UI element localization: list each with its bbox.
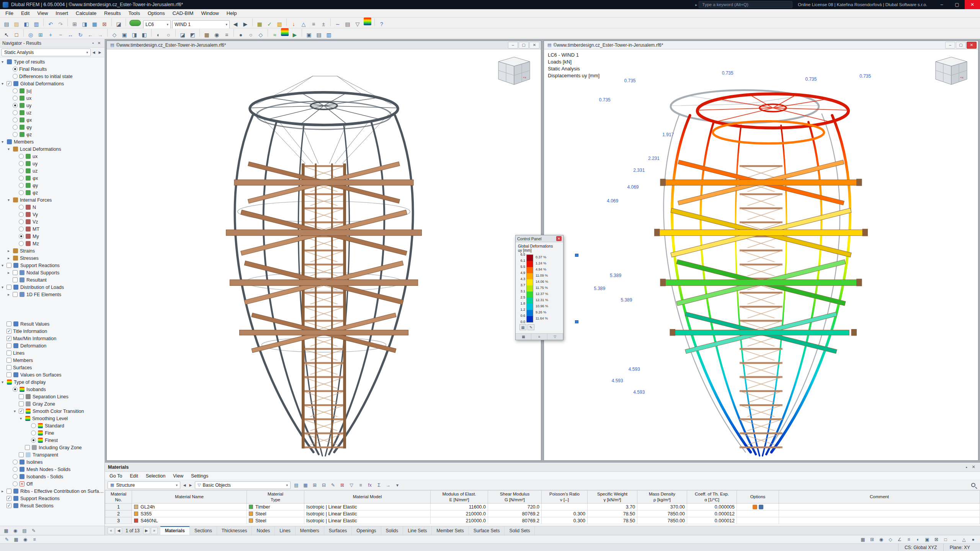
table-list-icon[interactable]: ≡ [356,481,365,489]
radio-icon[interactable] [19,154,24,159]
cell-shear-modulus[interactable]: 80769.2 [488,510,542,517]
cell-material-name[interactable]: S460NL [132,517,247,524]
materials-menu-view[interactable]: View [169,473,187,479]
table-tab-line-sets[interactable]: Line Sets [403,526,432,535]
tree-item[interactable]: φx [0,174,105,182]
radio-icon[interactable] [13,88,18,93]
close-icon[interactable]: ✕ [529,42,539,49]
radio-selected-icon[interactable] [31,438,36,443]
radio-icon[interactable] [19,212,24,217]
option-icon[interactable] [759,505,763,509]
cell-comment[interactable] [779,504,980,510]
tree-item[interactable]: Mesh Nodes - Solids [0,466,105,473]
work-plane-icon[interactable]: ▣ [923,536,931,543]
support-display-icon[interactable]: △ [960,536,968,543]
cell-material-model[interactable]: Isotropic | Linear Elastic [304,510,431,517]
materials-menu-go-to[interactable]: Go To [106,473,126,479]
camera-mode-icon[interactable]: ◉ [21,536,29,543]
table-view-icon[interactable]: ▦ [301,481,310,489]
zoom-all-icon[interactable]: ◎ [26,30,35,39]
option-icon[interactable] [753,505,757,509]
radio-icon[interactable] [31,423,36,428]
tree-item[interactable]: ▸Stresses [0,254,105,262]
more-options-icon[interactable]: ▾ [393,481,402,489]
side-view-icon[interactable]: ◧ [140,30,149,39]
formula-icon[interactable]: fx [366,481,374,489]
table-tab-members[interactable]: Members [296,526,324,535]
restore-icon[interactable]: ▢ [956,42,966,49]
radio-selected-icon[interactable] [13,103,18,108]
tree-item[interactable]: N [0,204,105,211]
minimize-icon[interactable]: – [508,42,518,49]
cell-material-name[interactable]: S355 [132,510,247,517]
table-tab-materials[interactable]: Materials [160,526,190,535]
clear-table-icon[interactable]: ⊠ [338,481,346,489]
tree-item[interactable]: Isobands [0,386,105,393]
zoom-out-icon[interactable]: − [56,30,65,39]
tree-item[interactable]: φz [0,189,105,196]
checkbox-checked-icon[interactable]: ✓ [19,409,24,414]
cell-material-type[interactable]: Timber [247,504,304,510]
radio-selected-icon[interactable] [13,67,18,72]
tree-item[interactable]: φz [0,131,105,138]
result-colors-icon[interactable] [281,28,289,36]
table-tab-solids[interactable]: Solids [381,526,403,535]
scroll-right-icon[interactable]: ▶ [97,51,103,54]
table-tab-thicknesses[interactable]: Thicknesses [217,526,252,535]
cell-poisson[interactable]: 0.300 [542,517,588,524]
table-tab-surface-sets[interactable]: Surface Sets [469,526,505,535]
radio-icon[interactable] [13,474,18,479]
restore-icon[interactable]: ▢ [519,42,529,49]
radio-icon[interactable] [13,132,18,137]
search-icon[interactable] [971,483,975,487]
pin-icon[interactable]: ▪ [90,41,96,45]
materials-menu-settings[interactable]: Settings [187,473,212,479]
deformed-shape-icon[interactable]: ≈ [270,30,279,39]
cell-specific-weight[interactable]: 78.50 [588,510,637,517]
checkbox-checked-icon[interactable]: ✓ [7,503,11,508]
checkbox-icon[interactable] [7,489,11,494]
tree-item[interactable]: ux [0,153,105,160]
navigator-edit-tab-icon[interactable]: ✎ [29,527,38,535]
animate-results-icon[interactable]: ▶ [290,30,299,39]
expander-icon[interactable]: ▾ [8,198,13,202]
tree-item[interactable]: Isolines [0,458,105,466]
table-tab-surfaces[interactable]: Surfaces [324,526,352,535]
checkbox-icon[interactable] [13,270,18,275]
column-header[interactable]: Options [737,491,779,504]
table-row[interactable]: 2S355SteelIsotropic | Linear Elastic2100… [105,510,980,517]
tree-item[interactable]: ✓Support Reactions [0,495,105,502]
radio-icon[interactable] [13,467,18,472]
close-icon[interactable]: ✕ [967,42,977,49]
cell-comment[interactable] [779,510,980,517]
guidelines-toggle-icon[interactable]: ≡ [222,30,231,39]
result-tables-icon[interactable]: ▤ [343,20,352,29]
menu-options[interactable]: Options [144,9,169,17]
next-view-icon[interactable]: → [96,30,105,39]
tree-item[interactable]: Deformation [0,342,105,349]
tree-item[interactable]: ▾Distribution of Loads [0,284,105,291]
radio-icon[interactable] [13,481,18,486]
cell-mass-density[interactable]: 7850.00 [637,510,687,517]
guide-lines-icon[interactable]: ◇ [886,536,895,543]
cell-thermal-exp[interactable]: 0.000005 [687,504,737,510]
cell-specific-weight[interactable]: 3.70 [588,504,637,510]
front-view-icon[interactable]: ◨ [130,30,139,39]
tree-item[interactable]: uy [0,102,105,109]
checkbox-checked-icon[interactable]: ✓ [7,81,11,86]
cell-thermal-exp[interactable]: 0.000012 [687,510,737,517]
tree-item[interactable]: Values on Surfaces [0,371,105,378]
radio-icon[interactable] [19,176,24,181]
tree-item[interactable]: My [0,233,105,240]
tree-item[interactable]: Resultant [0,276,105,284]
tree-item[interactable]: |u| [0,87,105,95]
color-scale-icon[interactable] [364,18,371,25]
tree-item[interactable]: Finest [0,437,105,444]
tree-item[interactable]: Fine [0,429,105,437]
expander-icon[interactable]: ▾ [2,285,7,289]
radio-icon[interactable] [31,430,36,435]
tree-item[interactable]: uy [0,160,105,167]
scale-min-handle[interactable] [575,320,578,323]
delete-row-icon[interactable]: ⊟ [320,481,328,489]
cell-modulus[interactable]: 210000.0 [431,510,488,517]
